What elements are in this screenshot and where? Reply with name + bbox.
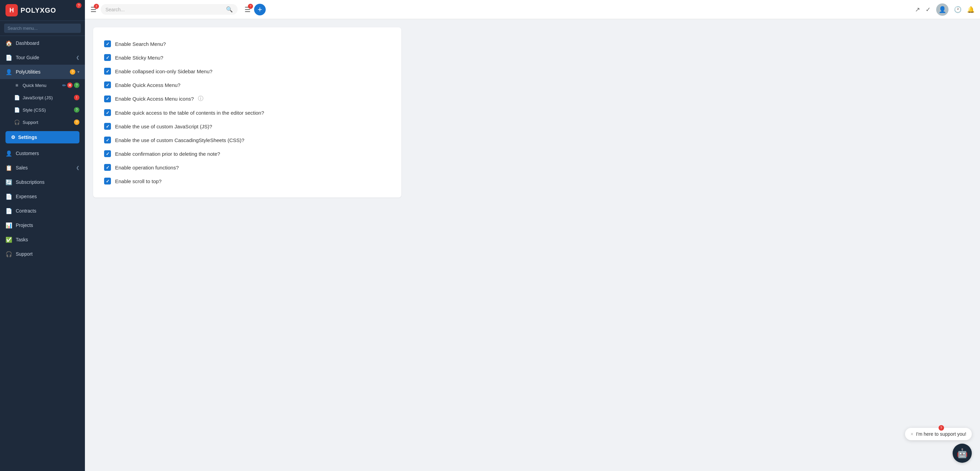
polyutilities-badge: ? [70, 69, 75, 75]
bell-icon[interactable]: 🔔 [967, 6, 975, 13]
sidebar-item-label: Subscriptions [16, 179, 80, 185]
sidebar-item-tour-guide[interactable]: 📄 Tour Guide ❮ [0, 50, 85, 65]
main-area: ☰ 2 🔍 ☰ ? + ↗ ✓ 👤 🕐 🔔 Enable Search Menu… [85, 0, 980, 471]
sidebar-item-label: Customers [16, 151, 80, 156]
sidebar-item-contracts[interactable]: 📄 Contracts [0, 204, 85, 218]
sidebar-item-polyutilities[interactable]: 👤 PolyUtilities ? ▾ [0, 65, 85, 79]
chat-avatar-button[interactable]: 🤖 [953, 444, 972, 463]
polyutilities-icon: 👤 [5, 68, 12, 75]
avatar[interactable]: 👤 [936, 3, 948, 16]
sidebar-item-label: Dashboard [16, 40, 80, 46]
checkbox-collapsed-sidebar[interactable] [104, 68, 111, 75]
sidebar-item-style-css[interactable]: 📄 Style (CSS) ? [0, 104, 85, 116]
menu-badge: 2 [94, 4, 99, 9]
sidebar-item-label: Sales [16, 165, 76, 170]
checkbox-row-collapsed-sidebar: Enable collapsed icon-only Sidebar Menu? [104, 64, 390, 78]
help-icon-quick-access-icons[interactable]: ⓘ [198, 95, 204, 102]
checkbox-row-custom-js: Enable the use of custom JavaScript (JS)… [104, 119, 390, 133]
logo-text: POLYXGO [21, 6, 56, 14]
sidebar-item-label: PolyUtilities [16, 69, 68, 75]
topbar-menu-button[interactable]: ☰ 2 [91, 5, 97, 14]
checkbox-scroll-top[interactable] [104, 178, 111, 185]
checkbox-row-quick-access: Enable Quick Access Menu? [104, 78, 390, 92]
topbar-search-bar: 🔍 [101, 4, 238, 15]
sidebar-item-expenses[interactable]: 📄 Expenses [0, 189, 85, 204]
sidebar-search-area [0, 21, 85, 36]
checkbox-operation-funcs[interactable] [104, 164, 111, 171]
checkbox-label-toc-editor: Enable quick access to the table of cont… [115, 110, 264, 116]
checkbox-sticky-menu[interactable] [104, 54, 111, 61]
settings-card: Enable Search Menu?Enable Sticky Menu?En… [93, 27, 401, 197]
checkbox-toc-editor[interactable] [104, 109, 111, 116]
javascript-badge: ! [74, 95, 80, 100]
h-badge: H [67, 83, 73, 88]
sidebar-item-quick-menu[interactable]: ≡ Quick Menu ? ✏ H [0, 79, 85, 91]
checkbox-row-toc-editor: Enable quick access to the table of cont… [104, 106, 390, 119]
checkbox-quick-access[interactable] [104, 81, 111, 88]
quick-menu-badge: ? [74, 83, 80, 88]
topbar-search-input[interactable] [105, 7, 223, 12]
subnav-label: Quick Menu [22, 83, 46, 88]
chat-bubble: × I'm here to support you! [905, 428, 972, 440]
sidebar-item-support[interactable]: 🎧 Support [0, 247, 85, 261]
checkbox-label-collapsed-sidebar: Enable collapsed icon-only Sidebar Menu? [115, 68, 212, 74]
checkbox-quick-access-icons[interactable] [104, 95, 111, 102]
subscriptions-icon: 🔄 [5, 179, 12, 186]
clock-icon[interactable]: 🕐 [954, 6, 961, 13]
checkbox-row-search-menu: Enable Search Menu? [104, 37, 390, 51]
chat-float-badge: ? [939, 425, 944, 431]
checkbox-label-quick-access: Enable Quick Access Menu? [115, 82, 180, 88]
checkbox-custom-js[interactable] [104, 123, 111, 130]
topbar: ☰ 2 🔍 ☰ ? + ↗ ✓ 👤 🕐 🔔 [85, 0, 980, 19]
checkbox-label-search-menu: Enable Search Menu? [115, 41, 166, 47]
sidebar-item-support-sub[interactable]: 🎧 Support ? [0, 116, 85, 128]
checkbox-row-quick-access-icons: Enable Quick Access Menu icons?ⓘ [104, 92, 390, 106]
topbar-menu2-button[interactable]: ☰ ? [245, 5, 251, 14]
checkboxes-container: Enable Search Menu?Enable Sticky Menu?En… [104, 37, 390, 188]
sidebar-item-dashboard[interactable]: 🏠 Dashboard [0, 36, 85, 50]
checkbox-confirm-delete[interactable] [104, 150, 111, 157]
javascript-icon: 📄 [14, 94, 20, 101]
quick-menu-icon: ≡ [14, 82, 20, 88]
support-badge: ? [74, 119, 80, 125]
checkbox-label-sticky-menu: Enable Sticky Menu? [115, 55, 163, 60]
checkbox-custom-css[interactable] [104, 137, 111, 143]
sidebar-item-sales[interactable]: 📋 Sales ❮ [0, 161, 85, 175]
checkbox-label-quick-access-icons: Enable Quick Access Menu icons? [115, 96, 194, 102]
checkbox-row-scroll-top: Enable scroll to top? [104, 174, 390, 188]
checkbox-row-confirm-delete: Enable confirmation prior to deleting th… [104, 147, 390, 161]
settings-btn-label: Settings [18, 135, 37, 140]
chevron-right-icon: ❮ [76, 55, 80, 60]
topbar-add-button[interactable]: + [254, 4, 266, 15]
checkbox-label-confirm-delete: Enable confirmation prior to deleting th… [115, 151, 220, 157]
chat-close-button[interactable]: × [910, 431, 913, 437]
sidebar-item-tasks[interactable]: ✅ Tasks [0, 232, 85, 247]
sidebar-item-subscriptions[interactable]: 🔄 Subscriptions [0, 175, 85, 189]
logo-badge: ? [76, 3, 81, 8]
sidebar-item-label: Tasks [16, 237, 80, 242]
sidebar-item-projects[interactable]: 📊 Projects [0, 218, 85, 232]
tour-guide-icon: 📄 [5, 54, 12, 61]
topbar-right: ↗ ✓ 👤 🕐 🔔 [915, 3, 975, 16]
sidebar-search-input[interactable] [4, 24, 81, 33]
logo-area: H POLYXGO ? [0, 0, 85, 21]
sidebar-item-customers[interactable]: 👤 Customers [0, 146, 85, 161]
sidebar-item-javascript[interactable]: 📄 JavaScript (JS) ! [0, 91, 85, 104]
share-icon[interactable]: ↗ [915, 6, 920, 13]
topbar-actions: ☰ ? + [245, 4, 266, 15]
chevron-right-icon: ❮ [76, 165, 80, 170]
check-icon[interactable]: ✓ [926, 6, 931, 13]
checkbox-label-operation-funcs: Enable operation functions? [115, 165, 179, 170]
sidebar-item-label: Expenses [16, 194, 80, 199]
menu2-badge: ? [248, 4, 253, 9]
checkbox-search-menu[interactable] [104, 40, 111, 47]
css-icon: 📄 [14, 107, 20, 113]
sales-icon: 📋 [5, 164, 12, 171]
css-badge: ? [74, 107, 80, 113]
subnav-label: Support [22, 120, 38, 125]
logo-icon: H [5, 4, 18, 16]
checkbox-row-custom-css: Enable the use of custom CascadingStyleS… [104, 133, 390, 147]
dashboard-icon: 🏠 [5, 40, 12, 46]
settings-button[interactable]: ⚙ Settings [5, 131, 80, 143]
chevron-down-icon: ▾ [77, 70, 80, 74]
